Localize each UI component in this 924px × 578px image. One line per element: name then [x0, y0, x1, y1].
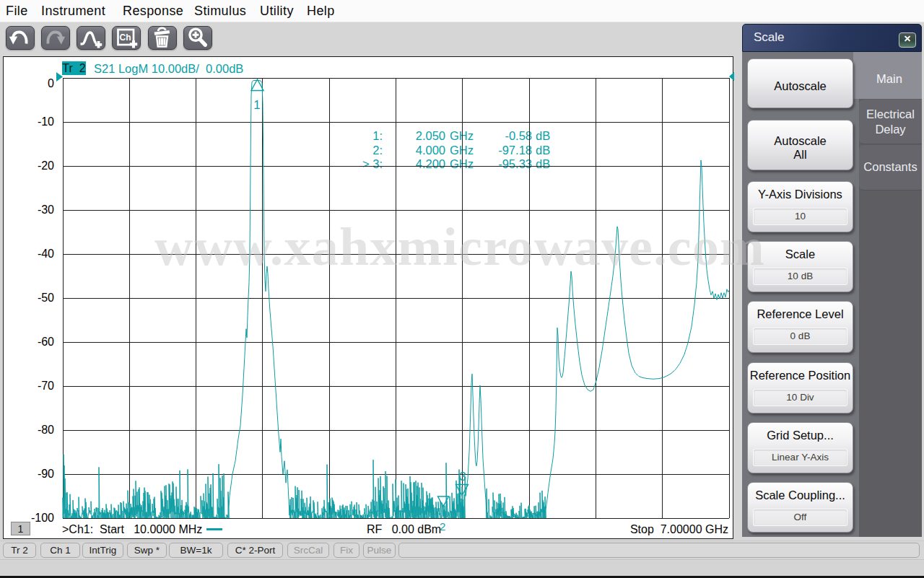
svg-text:3: 3: [459, 470, 466, 483]
svg-text:1: 1: [253, 98, 260, 112]
svg-text:Ch: Ch: [120, 32, 131, 43]
